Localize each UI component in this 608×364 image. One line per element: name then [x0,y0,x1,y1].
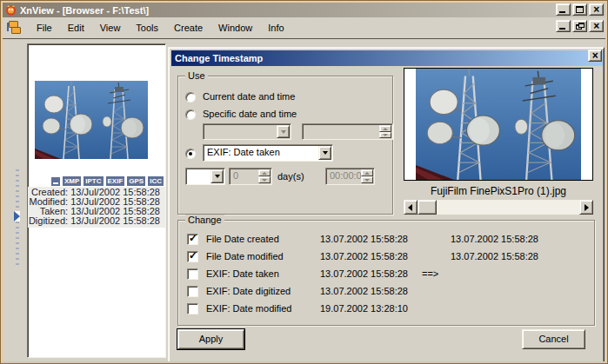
window-controls: × [556,3,604,16]
checkbox-exif-date-taken[interactable]: ✓ [187,268,198,280]
change-group: Change ✓ File Date created 13.07.2002 15… [177,220,595,326]
spin-up-button [379,125,391,132]
timestamp-metadata: Created: 13/Jul/2002 15:58:28 Modified: … [28,187,165,228]
preview-scrollbar[interactable] [404,200,593,215]
close-icon: × [589,50,601,62]
menu-file[interactable]: File [29,20,60,36]
offset-days-value: 0 [233,170,238,181]
scrollbar-thumb[interactable] [418,200,437,215]
change-row-exif-date-modified: ✓ EXIF: Date modified 19.07.2002 13:28:1… [178,302,594,316]
xmp-badge: XMP [63,176,81,186]
scroll-right-button[interactable] [579,200,593,215]
arrow-up-icon [383,128,388,130]
spin-down-button [258,176,271,183]
apply-button[interactable]: Apply [177,329,244,349]
menu-bar: File Edit View Tools Create Window Info … [3,17,605,38]
meta-digitized: Digitized: 13/Jul/2002 15:58:28 [28,216,160,226]
change-row-exif-date-taken: ✓ EXIF: Date taken 13.07.2002 15:58:28 =… [178,268,594,281]
checkbox-exif-date-modified[interactable]: ✓ [187,303,198,314]
xnview-window: XnView - [Browser - F:\Test\] × File Edi… [0,0,608,364]
checkbox-file-date-modified[interactable]: ✓ [187,251,198,262]
comment-badge [51,177,60,186]
arrow-down-icon [383,134,388,136]
arrow-down-icon [262,179,267,182]
gps-badge: GPS [127,176,145,186]
spin-up-button [258,169,271,176]
check-icon: ✓ [189,232,197,244]
change-group-label: Change [185,215,224,225]
checkbox-file-date-created[interactable]: ✓ [187,234,198,245]
dropdown-button[interactable] [318,146,331,160]
radio-specific-date[interactable] [185,109,196,120]
menu-info[interactable]: Info [260,20,291,36]
radio-specific-date-label: Specific date and time [203,109,297,119]
check-icon: ✓ [189,249,197,261]
preview-image-frame [404,68,593,181]
days-label: day(s) [277,171,304,182]
iptc-badge: IPTC [84,176,103,186]
arrow-right-icon [585,204,589,211]
scroll-left-button[interactable] [404,200,418,215]
mdi-restore-button[interactable] [572,20,587,32]
dialog-titlebar: Change Timestamp [171,50,603,66]
dropdown-button[interactable] [210,169,224,183]
specific-time-spinner [302,123,393,140]
specific-date-combobox [203,123,291,140]
offset-sign-combobox[interactable] [185,168,225,185]
menu-window[interactable]: Window [210,20,260,36]
spin-down-button [361,176,373,183]
folder-tree-icon[interactable] [6,20,25,36]
window-title: XnView - [Browser - F:\Test\] [20,5,149,16]
chevron-down-icon [281,130,286,134]
arrow-up-icon [262,172,267,175]
preview-image [416,69,581,180]
change-row-file-date-created: ✓ File Date created 13.07.2002 15:58:28 … [178,233,594,247]
checkbox-exif-date-digitized[interactable]: ✓ [187,286,198,297]
chevron-down-icon [323,151,328,155]
arrow-down-icon [364,179,370,182]
close-icon: × [590,20,603,32]
mdi-window-controls: × [556,20,604,32]
folder-icon [11,27,21,34]
dropdown-button [277,125,290,138]
use-group-label: Use [185,70,208,81]
dialog-close-button[interactable]: × [588,50,602,62]
preview-filename: FujiFilm FinePixS1Pro (1).jpg [404,185,593,197]
use-group: Use Current date and time Specific date … [177,76,393,215]
menu-tools[interactable]: Tools [128,20,166,36]
radio-exif-date-taken[interactable] [185,149,196,159]
arrow-up-icon [364,172,370,175]
minimize-icon [559,28,565,30]
metadata-badges: XMP IPTC EXIF GPS ICC [28,176,164,186]
close-icon: × [590,3,603,16]
offset-time-spinner: 00:00:00 [325,168,375,185]
menu-view[interactable]: View [92,20,129,36]
thumbnail-image[interactable] [35,81,148,159]
maximize-button[interactable] [572,3,587,16]
cancel-button[interactable]: Cancel [522,329,585,349]
change-row-file-date-modified: ✓ File Date modified 13.07.2002 15:58:28… [178,250,594,264]
exif-source-combobox[interactable]: EXIF: Date taken [203,144,333,162]
maximize-icon [576,6,584,13]
exif-badge: EXIF [106,176,125,186]
minimize-icon [559,11,565,13]
radio-current-date[interactable] [185,92,196,103]
radio-current-date-label: Current date and time [203,91,295,102]
window-titlebar: XnView - [Browser - F:\Test\] × [3,3,605,17]
minimize-button[interactable] [556,3,571,16]
change-timestamp-dialog: Change Timestamp × Use Current date and … [168,47,605,363]
offset-days-spinner: 0 [229,168,272,185]
close-button[interactable]: × [589,3,604,16]
image-preview-panel: XMP IPTC EXIF GPS ICC Created: 13/Jul/20… [27,43,166,358]
mdi-minimize-button[interactable] [556,20,571,32]
panel-splitter[interactable] [12,169,23,265]
menu-edit[interactable]: Edit [60,20,92,36]
maps-to-arrow: ==> [422,268,438,279]
mdi-close-button[interactable]: × [589,20,604,32]
menu-create[interactable]: Create [166,20,210,36]
exif-source-value: EXIF: Date taken [207,147,280,157]
splitter-collapse-arrow-icon[interactable] [14,211,20,222]
change-row-exif-date-digitized: ✓ EXIF: Date digitized 13.07.2002 15:58:… [178,285,594,299]
icc-badge: ICC [148,176,164,186]
spin-down-button [379,132,391,139]
